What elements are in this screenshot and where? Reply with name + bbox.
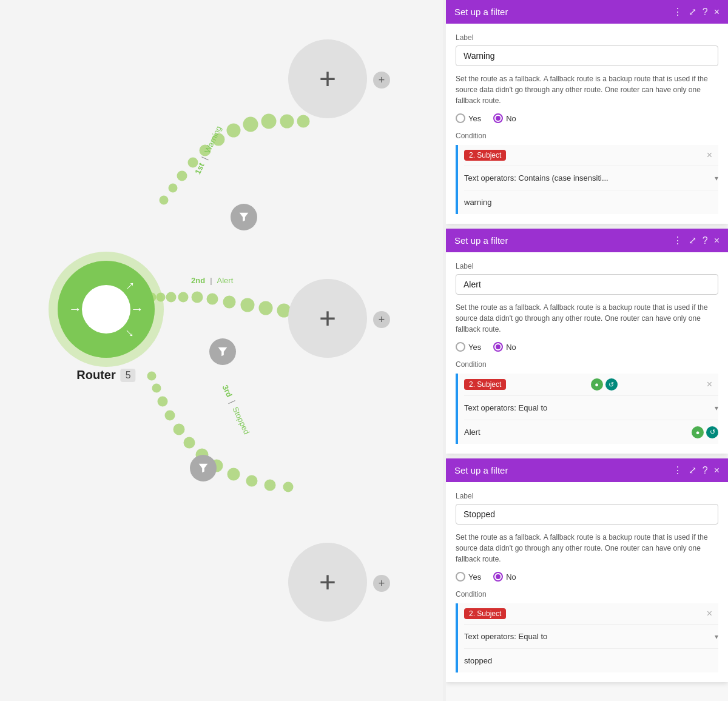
value-row-warning: [464, 190, 718, 214]
help-icon-alert[interactable]: ?: [703, 235, 708, 246]
operator-row-warning: Text operators: Contains (case insensiti…: [464, 166, 718, 190]
value-input-alert[interactable]: [464, 425, 688, 439]
router-node[interactable]: → → → → Router 5: [58, 261, 155, 358]
condition-block-warning: 2. Subject × Text operators: Contains (c…: [456, 145, 718, 214]
plus-icon-alert: +: [319, 304, 336, 333]
svg-point-27: [185, 438, 194, 447]
close-icon-warning[interactable]: ×: [714, 7, 720, 18]
panel-header-icons-stopped: ⋮ ⤢ ? ×: [673, 465, 720, 476]
radio-no-circle-stopped: [493, 572, 503, 582]
condition-icons-alert: ● ↺: [591, 378, 618, 391]
expand-icon-alert[interactable]: ⤢: [689, 235, 696, 246]
radio-yes-alert[interactable]: Yes: [456, 342, 481, 352]
funnel-icon-stopped[interactable]: [190, 455, 217, 481]
condition-tag-stopped: 2. Subject: [464, 608, 506, 619]
expand-icon-warning[interactable]: ⤢: [689, 6, 696, 18]
panel-header-stopped: Set up a filter ⋮ ⤢ ? ×: [446, 458, 728, 482]
value-row-alert: ● ↺: [464, 420, 718, 444]
help-icon-warning[interactable]: ?: [703, 7, 708, 18]
radio-yes-stopped[interactable]: Yes: [456, 572, 481, 582]
more-icon-stopped[interactable]: ⋮: [673, 465, 682, 476]
add-btn-alert[interactable]: +: [373, 311, 390, 328]
svg-point-2: [178, 172, 186, 179]
condition-close-stopped[interactable]: ×: [707, 608, 712, 619]
cond-icon-teal-alert[interactable]: ↺: [605, 378, 618, 391]
plus-icon-stopped-btn: +: [379, 577, 385, 590]
operator-select-warning[interactable]: Text operators: Contains (case insensiti…: [464, 171, 715, 185]
panel-title-stopped: Set up a filter: [454, 465, 673, 475]
operator-chevron-warning: ▾: [715, 174, 718, 183]
condition-row-alert: 2. Subject ● ↺ ×: [464, 374, 718, 396]
radio-yes-warning[interactable]: Yes: [456, 113, 481, 123]
label-field-label-warning: Label: [456, 33, 718, 42]
label-input-alert[interactable]: [456, 274, 718, 295]
condition-close-alert[interactable]: ×: [707, 379, 712, 390]
value-row-stopped: [464, 649, 718, 672]
close-icon-stopped[interactable]: ×: [714, 465, 720, 476]
value-input-warning[interactable]: [464, 195, 718, 209]
svg-point-23: [153, 385, 160, 391]
condition-label-warning: Condition: [456, 132, 718, 140]
label-field-label-alert: Label: [456, 262, 718, 270]
plus-icon-alert-btn: +: [379, 314, 385, 326]
panel-header-alert: Set up a filter ⋮ ⤢ ? ×: [446, 229, 728, 252]
filter-node-warning[interactable]: +: [288, 39, 367, 118]
svg-point-8: [263, 115, 275, 127]
svg-point-24: [159, 398, 166, 405]
filter-node-stopped[interactable]: +: [288, 543, 367, 622]
svg-point-14: [180, 293, 187, 301]
label-input-stopped[interactable]: [456, 504, 718, 525]
svg-point-1: [170, 185, 176, 191]
condition-tag-alert: 2. Subject: [464, 379, 506, 390]
more-icon-warning[interactable]: ⋮: [673, 6, 682, 18]
operator-chevron-alert: ▾: [715, 404, 718, 412]
value-input-stopped[interactable]: [464, 654, 718, 668]
radio-no-alert[interactable]: No: [493, 342, 516, 352]
value-icons-alert: ● ↺: [692, 426, 718, 438]
condition-close-warning[interactable]: ×: [707, 150, 712, 161]
radio-group-alert: Yes No: [456, 342, 718, 352]
route-label-alert: 2nd | Alert: [191, 276, 233, 285]
operator-select-alert[interactable]: Text operators: Equal to: [464, 401, 715, 415]
val-icon-green-alert[interactable]: ●: [692, 426, 704, 438]
arrow-left-icon: →: [69, 301, 82, 317]
condition-label-stopped: Condition: [456, 590, 718, 599]
funnel-icon-alert[interactable]: [209, 338, 236, 365]
router-arrows: → → → →: [58, 261, 155, 358]
radio-no-stopped[interactable]: No: [493, 572, 516, 582]
funnel-svg-alert: [216, 345, 229, 358]
radio-no-warning[interactable]: No: [493, 113, 516, 123]
panel-title-warning: Set up a filter: [454, 7, 673, 17]
val-icon-teal-alert[interactable]: ↺: [706, 426, 718, 438]
help-icon-stopped[interactable]: ?: [703, 465, 708, 476]
condition-block-stopped: 2. Subject × Text operators: Equal to ▾: [456, 603, 718, 672]
label-input-warning[interactable]: [456, 45, 718, 66]
close-icon-alert[interactable]: ×: [714, 235, 720, 246]
add-btn-warning[interactable]: +: [373, 72, 390, 89]
panel-header-warning: Set up a filter ⋮ ⤢ ? ×: [446, 0, 728, 24]
radio-group-warning: Yes No: [456, 113, 718, 123]
filter-node-alert[interactable]: +: [288, 279, 367, 358]
radio-yes-circle-warning: [456, 113, 465, 123]
expand-icon-stopped[interactable]: ⤢: [689, 465, 696, 476]
cond-icon-green-alert[interactable]: ●: [591, 378, 603, 391]
panel-body-warning: Label Set the route as a fallback. A fal…: [446, 24, 728, 224]
plus-icon-warning: +: [319, 64, 336, 93]
svg-point-0: [161, 197, 167, 203]
more-icon-alert[interactable]: ⋮: [673, 235, 682, 246]
arrow-down-right-icon: →: [120, 323, 140, 343]
svg-point-9: [281, 116, 292, 127]
operator-select-stopped[interactable]: Text operators: Equal to: [464, 629, 715, 643]
route-label-warning: 1st | Warning: [193, 124, 223, 175]
svg-point-19: [260, 303, 271, 314]
condition-block-alert: 2. Subject ● ↺ × Text operators: Equal t…: [456, 374, 718, 444]
condition-tag-warning: 2. Subject: [464, 150, 506, 161]
funnel-icon-warning[interactable]: [231, 204, 257, 230]
svg-point-15: [193, 293, 201, 301]
add-btn-stopped[interactable]: +: [373, 575, 390, 592]
router-badge: 5: [121, 369, 136, 382]
condition-label-alert: Condition: [456, 360, 718, 369]
fallback-desc-stopped: Set the route as a fallback. A fallback …: [456, 532, 718, 565]
canvas-area: → → → → Router 5 1st | Warning 2nd | Ale…: [0, 0, 443, 701]
panel-body-alert: Label Set the route as a fallback. A fal…: [446, 252, 728, 454]
